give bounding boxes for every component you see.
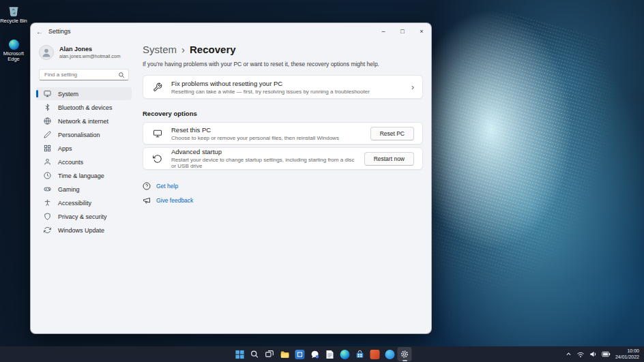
help-links: Get help Give feedback	[143, 182, 423, 205]
sidebar-item-label: Bluetooth & devices	[58, 104, 113, 111]
title-bar[interactable]: ← Settings – □ ×	[31, 23, 431, 40]
settings-search[interactable]	[39, 69, 129, 80]
sidebar-item-label: Personalisation	[58, 132, 100, 138]
folder-icon	[280, 350, 289, 359]
settings-taskbar-button[interactable]	[398, 347, 412, 361]
task-view-button[interactable]	[263, 347, 277, 361]
document-app-button[interactable]	[323, 347, 337, 361]
get-help-link[interactable]: Get help	[143, 182, 423, 190]
user-profile[interactable]: Alan Jones alan.jones.wm@hotmail.com	[39, 45, 137, 60]
windows-logo-icon	[235, 350, 244, 359]
volume-icon[interactable]	[589, 350, 597, 358]
restart-now-button[interactable]: Restart now	[364, 152, 414, 166]
system-tray: 10:00 24/01/2022	[566, 346, 639, 362]
edge-icon	[9, 40, 19, 50]
settings-window: ← Settings – □ × Alan Jones alan.jones.w…	[30, 22, 432, 334]
sidebar-item-system[interactable]: System	[36, 87, 132, 100]
sidebar-item-gaming[interactable]: Gaming	[36, 183, 132, 196]
app-orange-icon	[370, 350, 379, 359]
profile-email: alan.jones.wm@hotmail.com	[59, 53, 121, 59]
minimize-button[interactable]: –	[374, 23, 393, 40]
update-refresh-icon	[43, 226, 51, 235]
sidebar-nav: System Bluetooth & devices Network	[31, 87, 137, 237]
desktop-icon-recycle-bin[interactable]: Recycle Bin	[0, 5, 29, 24]
breadcrumb-parent[interactable]: System	[143, 44, 177, 55]
desktop-icon-microsoft-edge[interactable]: Microsoft Edge	[0, 40, 29, 62]
megaphone-icon	[143, 196, 151, 205]
battery-icon[interactable]	[602, 351, 611, 357]
recycle-bin-icon	[8, 5, 20, 17]
sidebar-item-windows-update[interactable]: Windows Update	[36, 224, 132, 237]
fix-problems-card[interactable]: Fix problems without resetting your PC R…	[143, 75, 423, 99]
microsoft-store-button[interactable]	[353, 347, 367, 361]
reset-pc-icon	[151, 129, 163, 138]
app-blue-circle-icon	[385, 350, 394, 359]
wifi-icon[interactable]	[576, 351, 585, 358]
card-title: Fix problems without resetting your PC	[171, 80, 406, 87]
sidebar-item-time-language[interactable]: Time & language	[36, 169, 132, 182]
pen-icon	[43, 131, 51, 139]
sidebar-item-bluetooth-devices[interactable]: Bluetooth & devices	[36, 101, 132, 114]
pinned-app-blue-circle-button[interactable]	[383, 347, 397, 361]
sidebar-item-label: Gaming	[58, 186, 80, 193]
edge-icon	[340, 350, 349, 359]
pinned-app-orange-button[interactable]	[368, 347, 382, 361]
taskbar-clock[interactable]: 10:00 24/01/2022	[615, 348, 639, 360]
profile-name: Alan Jones	[59, 46, 121, 53]
clock-time: 10:00	[615, 348, 639, 355]
breadcrumb: System › Recovery	[143, 44, 423, 55]
start-button[interactable]	[233, 347, 247, 361]
sidebar-item-label: Windows Update	[58, 227, 104, 234]
desktop-icon-label: Recycle Bin	[0, 18, 27, 24]
card-subtitle: Resetting can take a while — first, try …	[171, 89, 406, 95]
close-button[interactable]: ×	[412, 23, 431, 40]
sidebar-item-apps[interactable]: Apps	[36, 142, 132, 155]
search-input[interactable]	[40, 70, 128, 80]
breadcrumb-separator-icon: ›	[181, 44, 185, 55]
link-label[interactable]: Get help	[156, 183, 178, 190]
search-button[interactable]	[248, 347, 262, 361]
desktop-icon-label: Microsoft Edge	[2, 51, 25, 62]
card-subtitle: Choose to keep or remove your personal f…	[171, 135, 364, 141]
advanced-startup-card: Advanced startup Restart your device to …	[143, 147, 423, 170]
link-label[interactable]: Give feedback	[156, 197, 193, 204]
accessibility-person-icon	[43, 199, 51, 207]
open-app-indicator	[402, 360, 407, 361]
sidebar-item-personalisation[interactable]: Personalisation	[36, 128, 132, 141]
edge-button[interactable]	[338, 347, 352, 361]
chat-button[interactable]	[308, 347, 322, 361]
restart-arrow-icon	[151, 154, 163, 164]
chat-bubble-icon	[310, 350, 319, 359]
search-icon	[118, 72, 125, 78]
maximize-button[interactable]: □	[393, 23, 412, 40]
avatar	[39, 45, 54, 60]
app-window-icon	[295, 350, 304, 359]
sidebar-item-label: Accessibility	[58, 200, 91, 207]
back-button[interactable]: ←	[31, 28, 48, 35]
system-icon	[43, 90, 51, 98]
taskbar-center-icons	[233, 346, 412, 362]
file-explorer-button[interactable]	[278, 347, 292, 361]
chevron-right-icon: ›	[411, 82, 414, 92]
search-icon	[250, 350, 259, 359]
pinned-app-blue-window-button[interactable]	[293, 347, 307, 361]
sidebar-item-accounts[interactable]: Accounts	[36, 155, 132, 168]
card-subtitle: Restart your device to change startup se…	[171, 157, 357, 169]
reset-pc-button[interactable]: Reset PC	[370, 127, 414, 140]
shield-icon	[43, 213, 51, 221]
sidebar-item-accessibility[interactable]: Accessibility	[36, 196, 132, 209]
page-title: Recovery	[190, 44, 236, 55]
sidebar-item-label: System	[58, 91, 78, 97]
clock-icon	[43, 172, 51, 180]
sidebar-item-label: Network & internet	[58, 118, 108, 125]
give-feedback-link[interactable]: Give feedback	[143, 196, 423, 205]
task-view-icon	[265, 350, 274, 359]
sidebar-item-label: Apps	[58, 145, 72, 152]
sidebar-item-privacy-security[interactable]: Privacy & security	[36, 210, 132, 223]
troubleshoot-wrench-icon	[151, 82, 163, 92]
card-title: Reset this PC	[171, 126, 364, 134]
sidebar-item-label: Accounts	[58, 159, 83, 166]
sidebar-item-network-internet[interactable]: Network & internet	[36, 115, 132, 127]
apps-grid-icon	[43, 145, 51, 153]
hidden-icons-chevron[interactable]	[566, 351, 572, 357]
